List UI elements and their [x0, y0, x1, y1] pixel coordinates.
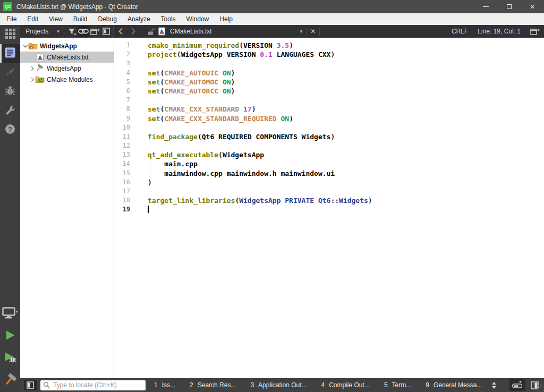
code-line-15[interactable]: 15 mainwindow.cpp mainwindow.h mainwindo… — [114, 169, 544, 178]
sync-with-editor-button[interactable] — [78, 26, 89, 37]
output-pane-4[interactable]: 4Compile Out... — [321, 381, 370, 389]
code-text — [139, 187, 148, 196]
code-line-3[interactable]: 3 — [114, 59, 544, 68]
locator-field[interactable] — [40, 380, 146, 390]
tree-item-label: WidgetsApp — [47, 65, 81, 72]
menu-edit[interactable]: Edit — [22, 14, 44, 24]
line-number: 17 — [114, 187, 139, 196]
edit-mode[interactable] — [0, 44, 20, 63]
tree-item-cmake-modules[interactable]: CMake Modules — [20, 74, 114, 85]
chevron-right-icon[interactable] — [29, 66, 35, 71]
code-line-8[interactable]: 8set(CMAKE_CXX_STANDARD 17) — [114, 105, 544, 114]
code-line-14[interactable]: 14 main.cpp — [114, 159, 544, 168]
output-pane-number: 9 — [426, 381, 429, 389]
code-line-17[interactable]: 17 — [114, 187, 544, 196]
chevron-down-icon[interactable] — [22, 44, 28, 49]
tree-item-widgetsapp[interactable]: WidgetsApp — [20, 40, 114, 52]
back-arrow-icon — [118, 28, 123, 35]
code-text — [139, 205, 149, 214]
code-text: find_package(Qt6 REQUIRED COMPONENTS Wid… — [139, 132, 335, 141]
code-line-5[interactable]: 5set(CMAKE_AUTOMOC ON) — [114, 78, 544, 87]
maximize-button[interactable] — [497, 0, 521, 13]
code-line-4[interactable]: 4set(CMAKE_AUTOUIC ON) — [114, 69, 544, 78]
output-pane-5[interactable]: 5Term... — [384, 381, 411, 389]
line-number: 13 — [114, 150, 139, 159]
help-mode[interactable]: ? — [0, 121, 20, 140]
kit-selector[interactable] — [0, 305, 20, 323]
menu-analyze[interactable]: Analyze — [122, 14, 156, 24]
output-pane-number: 4 — [321, 381, 325, 389]
go-back-button[interactable] — [114, 28, 127, 35]
code-line-11[interactable]: 11find_package(Qt6 REQUIRED COMPONENTS W… — [114, 132, 544, 141]
menu-help[interactable]: Help — [214, 14, 238, 24]
code-line-18[interactable]: 18target_link_libraries(WidgetsApp PRIVA… — [114, 196, 544, 205]
tree-item-widgetsapp[interactable]: WidgetsApp — [20, 63, 114, 74]
code-line-9[interactable]: 9set(CMAKE_CXX_STANDARD_REQUIRED ON) — [114, 114, 544, 123]
minimize-button[interactable] — [474, 0, 497, 13]
progress-details-button[interactable] — [509, 379, 525, 391]
output-pane-3[interactable]: 3Application Out... — [250, 381, 307, 389]
menu-window[interactable]: Window — [181, 14, 215, 24]
code-line-16[interactable]: 16) — [114, 178, 544, 187]
design-mode[interactable] — [0, 63, 20, 82]
chevron-down-icon[interactable]: ▾ — [57, 29, 60, 34]
split-new-window-button[interactable] — [89, 26, 101, 37]
code-line-13[interactable]: 13qt_add_executable(WidgetsApp — [114, 150, 544, 159]
close-button[interactable]: ✕ — [521, 0, 544, 13]
monitor-icon — [2, 307, 18, 321]
output-pane-9[interactable]: 9General Messa... — [426, 381, 482, 389]
output-pane-2[interactable]: 2Search Res... — [190, 381, 236, 389]
line-number: 11 — [114, 132, 139, 141]
forward-arrow-icon — [131, 28, 136, 35]
close-sidebar-button[interactable] — [100, 26, 112, 37]
resize-grip[interactable] — [537, 385, 544, 392]
editor-toolbar: CMakeLists.txt ▾ ✕ CRLF Line: 19, Col: 1 — [114, 25, 544, 38]
tree-item-label: CMake Modules — [47, 76, 93, 83]
projects-mode[interactable] — [0, 101, 20, 121]
locator-input[interactable] — [53, 381, 138, 389]
close-document-button[interactable]: ✕ — [310, 28, 316, 35]
split-new-icon — [90, 28, 100, 36]
filter-button[interactable] — [66, 26, 78, 37]
output-pane-number: 1 — [154, 381, 158, 389]
menu-tools[interactable]: Tools — [156, 14, 181, 24]
code-text: set(CMAKE_AUTOUIC ON) — [139, 69, 235, 78]
code-line-12[interactable]: 12 — [114, 141, 544, 150]
menu-debug[interactable]: Debug — [93, 14, 122, 24]
run-button[interactable] — [0, 327, 20, 345]
code-line-10[interactable]: 10 — [114, 123, 544, 132]
code-text: target_link_libraries(WidgetsApp PRIVATE… — [139, 196, 372, 205]
file-tab[interactable]: CMakeLists.txt ▾ — [147, 27, 302, 36]
tree-item-cmakelists-txt[interactable]: CMakeLists.txt — [20, 52, 114, 63]
line-ending-indicator[interactable]: CRLF — [452, 28, 468, 35]
svg-text:?: ? — [8, 126, 12, 133]
chevron-down-icon[interactable]: ▾ — [300, 29, 303, 34]
menu-view[interactable]: View — [44, 14, 68, 24]
code-line-19[interactable]: 19 — [114, 205, 544, 214]
output-pane-1[interactable]: 1Iss... — [154, 381, 175, 389]
output-pane-selector-icon[interactable] — [491, 381, 497, 389]
go-forward-button[interactable] — [127, 28, 140, 35]
hammer-icon — [35, 64, 45, 72]
debug-run-button[interactable] — [0, 350, 20, 368]
code-editor[interactable]: 1cmake_minimum_required(VERSION 3.5)2pro… — [114, 38, 544, 378]
toggle-left-sidebar-button[interactable] — [24, 380, 37, 390]
menu-build[interactable]: Build — [68, 14, 93, 24]
split-editor-icon[interactable] — [530, 28, 540, 36]
welcome-mode[interactable] — [0, 25, 20, 44]
menu-file[interactable]: File — [1, 14, 22, 24]
code-line-2[interactable]: 2project(WidgetsApp VERSION 0.1 LANGUAGE… — [114, 50, 544, 59]
minimize-icon — [483, 6, 489, 7]
code-line-7[interactable]: 7 — [114, 96, 544, 105]
debug-mode[interactable] — [0, 82, 20, 101]
code-line-1[interactable]: 1cmake_minimum_required(VERSION 3.5) — [114, 41, 544, 50]
projects-panel: Projects ▾ WidgetsAppCMakeLists.txtWidge… — [20, 25, 114, 378]
help-icon: ? — [5, 124, 15, 137]
build-button[interactable] — [0, 372, 20, 390]
projects-panel-title[interactable]: Projects — [26, 28, 48, 35]
output-pane-label: Search Res... — [198, 381, 236, 389]
cursor-position-indicator[interactable]: Line: 19, Col: 1 — [478, 28, 521, 35]
line-number: 10 — [114, 123, 139, 132]
chevron-right-icon[interactable] — [29, 77, 35, 82]
code-line-6[interactable]: 6set(CMAKE_AUTORCC ON) — [114, 87, 544, 96]
